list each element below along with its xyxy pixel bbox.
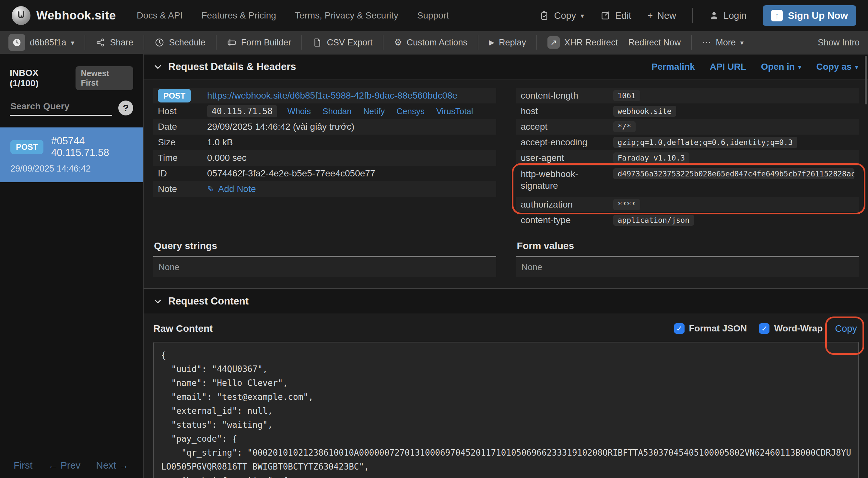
toolbar-divider — [691, 35, 692, 50]
navbar-actions: Copy ▾ Edit + New Login ↑ S — [539, 5, 856, 26]
toolbar-divider — [478, 35, 478, 50]
csv-export-label: CSV Export — [327, 38, 372, 48]
pagination-first[interactable]: First — [13, 460, 32, 471]
censys-link[interactable]: Censys — [396, 107, 425, 116]
table-row: Size 1.0 kB — [153, 135, 496, 150]
word-wrap-checkbox[interactable]: ✓ Word-Wrap — [759, 323, 823, 334]
edit-icon — [600, 10, 611, 21]
toolbar-divider — [85, 35, 85, 50]
content-section-header[interactable]: Request Content — [144, 288, 868, 314]
pagination-prev[interactable]: ← Prev — [48, 460, 81, 471]
clock-icon — [155, 38, 164, 47]
nav-link-pricing[interactable]: Features & Pricing — [201, 10, 276, 21]
raw-content-row: Raw Content ✓ Format JSON ✓ Word-Wrap Co… — [153, 323, 859, 334]
show-intro-link[interactable]: Show Intro — [818, 38, 860, 48]
query-form-sections: Query strings None Form values None — [144, 240, 868, 277]
redirect-now-button[interactable]: Redirect Now — [628, 38, 681, 48]
schedule-button[interactable]: Schedule — [155, 38, 206, 48]
copy-as-dropdown[interactable]: Copy as ▾ — [816, 62, 858, 72]
custom-actions-button[interactable]: ⚙ Custom Actions — [394, 38, 467, 48]
help-icon[interactable]: ? — [118, 100, 133, 115]
query-strings-title: Query strings — [153, 240, 496, 257]
permalink-link[interactable]: Permalink — [651, 62, 695, 72]
play-icon: ▶ — [489, 39, 494, 46]
table-row: accept-encoding gzip;q=1.0,deflate;q=0.6… — [516, 135, 859, 150]
edit-button[interactable]: Edit — [600, 10, 631, 21]
virustotal-link[interactable]: VirusTotal — [436, 107, 473, 116]
form-builder-button[interactable]: Form Builder — [227, 38, 291, 48]
csv-export-button[interactable]: CSV Export — [312, 38, 372, 48]
toolbar-divider — [144, 35, 144, 50]
time-value: 0.000 sec — [207, 153, 246, 163]
nav-link-support[interactable]: Support — [417, 10, 449, 21]
clipboard-icon — [539, 10, 549, 21]
whois-link[interactable]: Whois — [287, 107, 311, 116]
table-row: content-length 1061 — [516, 88, 859, 103]
sort-order-button[interactable]: Newest First — [75, 66, 133, 90]
external-link-icon: ↗ — [548, 36, 560, 49]
header-name: accept — [521, 121, 548, 132]
row-label: Date — [158, 122, 207, 132]
request-list-item-selected[interactable]: POST #05744 40.115.71.58 29/09/2025 14:4… — [0, 127, 143, 182]
toolbar-divider — [216, 35, 217, 50]
nav-link-docs[interactable]: Docs & API — [137, 10, 183, 21]
pagination-next[interactable]: Next → — [96, 460, 128, 471]
request-item-headline: POST #05744 40.115.71.58 — [10, 135, 132, 158]
host-value: 40.115.71.58 — [207, 105, 277, 117]
add-note-link[interactable]: ✎ Add Note — [207, 184, 256, 194]
details-section-header[interactable]: Request Details & Headers Permalink API … — [144, 54, 868, 80]
nav-link-terms[interactable]: Terms, Privacy & Security — [295, 10, 398, 21]
header-name: content-length — [521, 90, 578, 101]
api-url-link[interactable]: API URL — [710, 62, 746, 72]
table-row: ID 0574462f-3fa2-4e2e-b5e5-77ee4c050e77 — [153, 166, 496, 181]
request-url-link[interactable]: https://webhook.site/d6b85f1a-5988-42fb-… — [207, 90, 457, 101]
shodan-link[interactable]: Shodan — [322, 107, 352, 116]
custom-actions-label: Custom Actions — [407, 38, 468, 48]
file-icon — [312, 38, 322, 47]
action-toolbar: d6b85f1a ▾ Share Schedule Form Builder — [0, 31, 868, 54]
top-navbar: Webhook.site Docs & API Features & Prici… — [0, 0, 868, 31]
format-json-checkbox[interactable]: ✓ Format JSON — [674, 323, 747, 334]
new-button[interactable]: + New — [648, 10, 676, 21]
brand[interactable]: Webhook.site — [12, 6, 116, 25]
table-row: accept */* — [516, 119, 859, 135]
chevron-down-icon — [153, 297, 162, 306]
header-value: gzip;q=1.0,deflate;q=0.6,identity;q=0.3 — [613, 137, 797, 148]
table-row: content-type application/json — [516, 212, 859, 228]
query-strings-empty: None — [153, 258, 496, 277]
login-button[interactable]: Login — [709, 10, 746, 21]
copy-content-link[interactable]: Copy — [835, 323, 859, 334]
header-name: host — [521, 106, 538, 117]
open-in-dropdown[interactable]: Open in ▾ — [761, 62, 802, 72]
new-label: New — [657, 10, 676, 21]
checkbox-checked-icon: ✓ — [674, 323, 685, 334]
schedule-label: Schedule — [169, 38, 206, 48]
size-value: 1.0 kB — [207, 137, 233, 148]
netify-link[interactable]: Netify — [363, 107, 385, 116]
form-values-empty: None — [516, 258, 859, 277]
caret-down-icon: ▾ — [798, 64, 802, 70]
date-value: 29/09/2025 14:46:42 (vài giây trước) — [207, 122, 354, 132]
scrollbar-thumb[interactable] — [865, 56, 867, 104]
row-label: ID — [158, 168, 207, 179]
token-label: d6b85f1a — [30, 38, 66, 48]
replay-button[interactable]: ▶ Replay — [489, 38, 526, 48]
xhr-redirect-button[interactable]: ↗ XHR Redirect — [548, 36, 618, 49]
copy-label: Copy — [554, 10, 576, 21]
header-value: application/json — [613, 215, 694, 226]
request-summary-table: POST https://webhook.site/d6b85f1a-5988-… — [153, 88, 496, 228]
share-icon — [96, 38, 105, 47]
more-dropdown[interactable]: ⋯ More ▾ — [702, 38, 744, 48]
pencil-icon: ✎ — [207, 184, 214, 194]
header-name: user-agent — [521, 152, 564, 164]
header-value: d497356a323753225b028e65ed047c4fe649b5cb… — [613, 168, 855, 179]
ellipsis-icon: ⋯ — [702, 38, 711, 47]
share-button[interactable]: Share — [96, 38, 133, 48]
copy-dropdown-button[interactable]: Copy ▾ — [539, 10, 584, 21]
raw-content-block: { "uuid": "44QU0367", "name": "Hello Cle… — [153, 342, 859, 478]
token-dropdown[interactable]: d6b85f1a ▾ — [8, 34, 74, 51]
search-input[interactable] — [10, 100, 112, 116]
signup-button[interactable]: ↑ Sign Up Now — [763, 5, 856, 26]
form-builder-label: Form Builder — [241, 38, 291, 48]
table-row: host webhook.site — [516, 103, 859, 119]
